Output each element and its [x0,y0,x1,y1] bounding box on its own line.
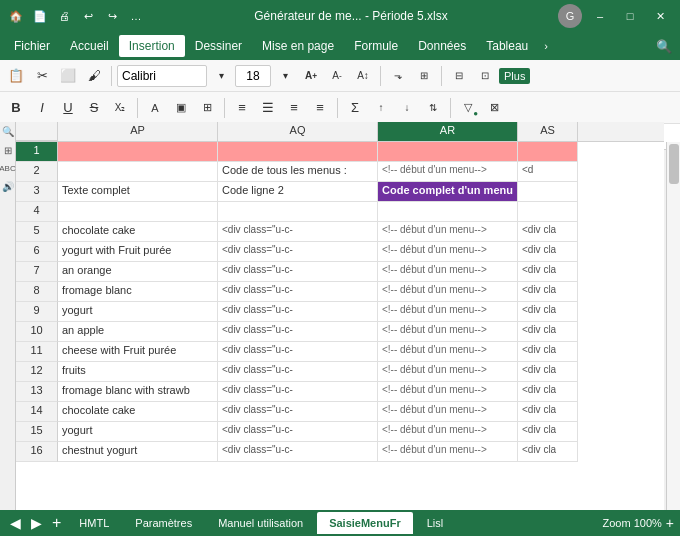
cell[interactable]: <div cla [518,422,578,442]
tab-saisiemenufr[interactable]: SaisieMenuFr [317,512,413,534]
cell[interactable]: <div class="u-c- [218,302,378,322]
cell[interactable] [58,142,218,162]
sum-button[interactable]: Σ [343,96,367,120]
row-number[interactable]: 12 [16,362,58,382]
cell[interactable]: <div cla [518,262,578,282]
cell[interactable]: <div cla [518,342,578,362]
highlight-button[interactable]: ▣ [169,96,193,120]
decrease-font-button[interactable]: A- [325,64,349,88]
col-header-ap[interactable]: AP [58,122,218,141]
font-size-input[interactable] [235,65,271,87]
auto-font-button[interactable]: A↕ [351,64,375,88]
left-abc-icon[interactable]: ABC [0,164,16,173]
cell[interactable]: <!-- début d'un menu--> [378,282,518,302]
row-number[interactable]: 14 [16,402,58,422]
cell[interactable]: <div class="u-c- [218,422,378,442]
cell[interactable]: <!-- début d'un menu--> [378,422,518,442]
cell[interactable]: <div class="u-c- [218,442,378,462]
cell[interactable]: <div cla [518,362,578,382]
cell[interactable]: <div cla [518,222,578,242]
menu-formule[interactable]: Formule [344,35,408,57]
cell[interactable]: <div class="u-c- [218,282,378,302]
justify-button[interactable]: ≡ [308,96,332,120]
menu-mise-en-page[interactable]: Mise en page [252,35,344,57]
col-header-aq[interactable]: AQ [218,122,378,141]
sort-icon[interactable]: ⇅ [421,96,445,120]
cell[interactable]: chestnut yogurt [58,442,218,462]
cell[interactable]: <div class="u-c- [218,342,378,362]
align-center-button[interactable]: ☰ [256,96,280,120]
undo-icon[interactable]: ↩ [80,8,96,24]
menu-search-icon[interactable]: 🔍 [652,34,676,58]
cell[interactable]: chocolate cake [58,222,218,242]
row-number[interactable]: 6 [16,242,58,262]
cell[interactable]: <div class="u-c- [218,382,378,402]
cell[interactable]: <div cla [518,282,578,302]
menu-dessiner[interactable]: Dessiner [185,35,252,57]
more-options-icon[interactable]: ⊟ [447,64,471,88]
cell[interactable]: <div cla [518,442,578,462]
cell[interactable]: <div cla [518,242,578,262]
prev-sheet-button[interactable]: ◀ [6,515,25,531]
font-name-input[interactable] [117,65,207,87]
next-sheet-button[interactable]: ▶ [27,515,46,531]
cell[interactable]: <d [518,162,578,182]
cell[interactable] [378,142,518,162]
cell[interactable]: <div cla [518,302,578,322]
cell[interactable]: Texte complet [58,182,218,202]
cell[interactable]: an orange [58,262,218,282]
col-header-as[interactable]: AS [518,122,578,141]
menu-more-chevron[interactable]: › [538,36,554,56]
sort-desc-button[interactable]: ↓ [395,96,419,120]
cell[interactable] [518,182,578,202]
merge-center-button[interactable]: ⊞ [412,64,436,88]
filter-button[interactable]: ⊡ [473,64,497,88]
cell[interactable]: <div class="u-c- [218,402,378,422]
cell[interactable]: Code ligne 2 [218,182,378,202]
row-number[interactable]: 10 [16,322,58,342]
autofilter-button[interactable]: ▽ ● [456,96,480,120]
cell[interactable]: yogurt with Fruit purée [58,242,218,262]
cell[interactable]: <!-- début d'un menu--> [378,162,518,182]
cell[interactable]: <div cla [518,322,578,342]
cell[interactable]: <div cla [518,402,578,422]
cell[interactable]: <!-- début d'un menu--> [378,402,518,422]
menu-tableau[interactable]: Tableau [476,35,538,57]
border-button[interactable]: ⊞ [195,96,219,120]
bold-button[interactable]: B [4,96,28,120]
row-number[interactable]: 9 [16,302,58,322]
font-size-chevron[interactable]: ▾ [273,64,297,88]
wrap-text-button[interactable]: ⬎ [386,64,410,88]
row-number[interactable]: 1 [16,142,58,162]
cell[interactable]: chocolate cake [58,402,218,422]
cell[interactable]: Code complet d'un menu [378,182,518,202]
menu-accueil[interactable]: Accueil [60,35,119,57]
cell[interactable]: <div class="u-c- [218,242,378,262]
cell[interactable]: <!-- début d'un menu--> [378,362,518,382]
cell[interactable] [58,202,218,222]
row-number[interactable]: 4 [16,202,58,222]
col-header-ar[interactable]: AR [378,122,518,141]
cell[interactable]: yogurt [58,302,218,322]
cell[interactable]: <!-- début d'un menu--> [378,322,518,342]
cell[interactable] [218,142,378,162]
row-number[interactable]: 2 [16,162,58,182]
cell[interactable]: <!-- début d'un menu--> [378,302,518,322]
row-number[interactable]: 15 [16,422,58,442]
cell[interactable]: <!-- début d'un menu--> [378,262,518,282]
paste-button[interactable]: 📋 [4,64,28,88]
cell[interactable]: fruits [58,362,218,382]
sort-asc-button[interactable]: ↑ [369,96,393,120]
format-paint-button[interactable]: 🖌 [82,64,106,88]
cell[interactable]: <!-- début d'un menu--> [378,382,518,402]
cell[interactable] [58,162,218,182]
row-number[interactable]: 11 [16,342,58,362]
plus-button[interactable]: Plus [499,68,530,84]
print-icon[interactable]: 🖨 [56,8,72,24]
new-doc-icon[interactable]: 📄 [32,8,48,24]
redo-icon[interactable]: ↪ [104,8,120,24]
strikethrough-button[interactable]: S [82,96,106,120]
cell[interactable]: <div class="u-c- [218,262,378,282]
filter3-button[interactable]: ⊠ [482,96,506,120]
copy-button[interactable]: ⬜ [56,64,80,88]
